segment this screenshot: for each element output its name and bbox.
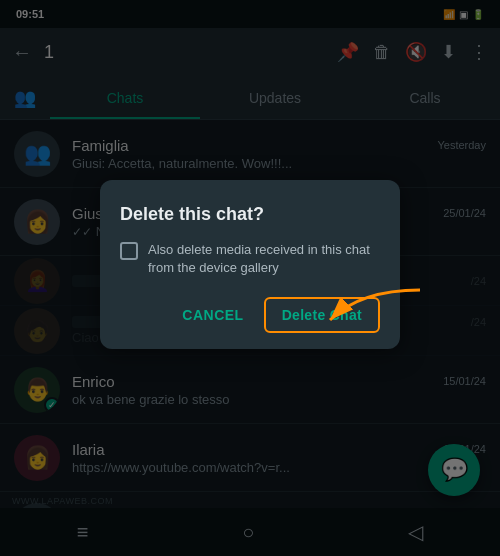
delete-chat-button[interactable]: Delete chat (264, 297, 380, 333)
delete-media-row[interactable]: Also delete media received in this chat … (120, 241, 380, 277)
cancel-button[interactable]: Cancel (170, 297, 255, 333)
dialog-title: Delete this chat? (120, 204, 380, 225)
delete-media-checkbox[interactable] (120, 242, 138, 260)
dialog-buttons: Cancel Delete chat (120, 297, 380, 333)
delete-media-label: Also delete media received in this chat … (148, 241, 380, 277)
delete-chat-dialog: Delete this chat? Also delete media rece… (100, 180, 400, 349)
